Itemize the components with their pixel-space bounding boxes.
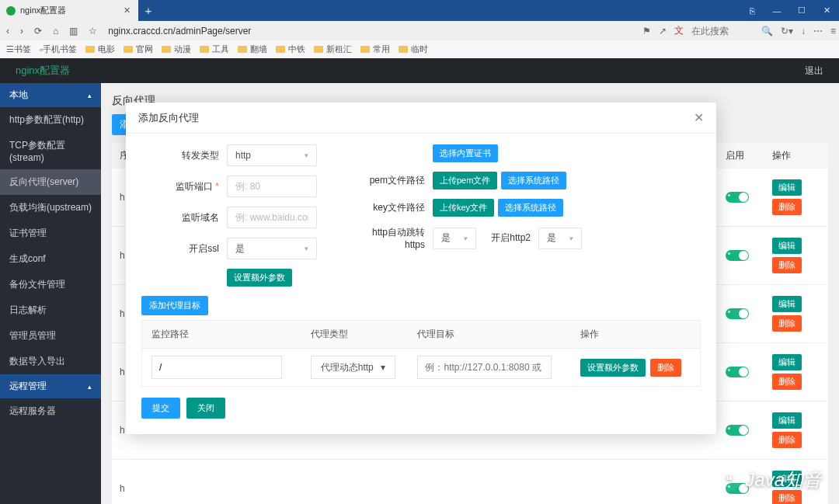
bookmark-folder[interactable]: 常用 <box>360 43 390 55</box>
select-pem-path-button[interactable]: 选择系统路径 <box>501 172 566 189</box>
sidebar-section-remote[interactable]: 远程管理▴ <box>0 374 101 398</box>
select-cert-button[interactable]: 选择内置证书 <box>433 144 498 162</box>
bookmark-folder[interactable]: 中铁 <box>276 43 305 55</box>
translate-icon[interactable]: 文 <box>674 24 684 37</box>
enable-toggle[interactable] <box>726 367 749 377</box>
forward-type-select[interactable]: http▾ <box>227 144 317 166</box>
hamburger-icon[interactable]: ≡ <box>830 26 836 36</box>
delete-button[interactable]: 删除 <box>772 315 802 332</box>
close-window-icon[interactable]: ✕ <box>814 0 839 21</box>
th-proxy-type: 代理类型 <box>301 321 409 348</box>
sidebar-item-backup[interactable]: 备份文件管理 <box>0 272 101 297</box>
edit-button[interactable]: 编辑 <box>772 296 802 312</box>
extra-params-button[interactable]: 设置额外参数 <box>227 269 292 287</box>
row-extra-params-button[interactable]: 设置额外参数 <box>580 359 646 377</box>
chevron-up-icon: ▴ <box>88 92 92 99</box>
th-monitor-path: 监控路径 <box>142 321 301 348</box>
edit-button[interactable]: 编辑 <box>772 179 802 196</box>
mobile-bookmarks[interactable]: ▫ 手机书签 <box>40 43 77 55</box>
add-proxy-target-button[interactable]: 添加代理目标 <box>141 296 208 315</box>
search-input[interactable] <box>691 26 754 36</box>
refresh-dropdown-icon[interactable]: ↻▾ <box>781 26 793 36</box>
delete-button[interactable]: 删除 <box>772 432 802 448</box>
bookmark-folder[interactable]: 临时 <box>399 43 428 55</box>
sidebar-item-import[interactable]: 数据导入导出 <box>0 349 101 374</box>
sidebar-item-conf[interactable]: 生成conf <box>0 246 101 272</box>
back-icon[interactable]: ‹ <box>6 26 9 36</box>
delete-button[interactable]: 删除 <box>772 257 802 273</box>
maximize-icon[interactable]: ☐ <box>789 0 814 21</box>
enable-toggle[interactable] <box>726 308 749 319</box>
sidebar-item-log[interactable]: 日志解析 <box>0 297 101 323</box>
submit-button[interactable]: 提交 <box>141 398 180 419</box>
modal-title: 添加反向代理 <box>138 111 199 125</box>
reader-icon[interactable]: ▥ <box>69 26 78 36</box>
wechat-icon: ❝ <box>717 468 740 492</box>
search-icon[interactable]: 🔍 <box>761 26 773 36</box>
home-icon[interactable]: ⌂ <box>53 26 58 36</box>
flag-icon[interactable]: ⚑ <box>642 26 651 36</box>
app-logo: nginx配置器 <box>16 64 70 78</box>
add-proxy-modal: 添加反向代理 ✕ 转发类型http▾ 监听端口 * 监听域名 开启ssl是▾ 设… <box>126 103 716 434</box>
delete-button[interactable]: 删除 <box>772 374 802 390</box>
enable-http2-select[interactable]: 是▾ <box>538 228 582 249</box>
sidebar-section-local[interactable]: 本地▴ <box>0 83 101 107</box>
enable-toggle[interactable] <box>726 192 749 203</box>
bookmark-folder[interactable]: 翻墙 <box>238 43 267 55</box>
sidebar: 本地▴ http参数配置(http) TCP参数配置(stream) 反向代理(… <box>0 83 101 504</box>
close-icon[interactable]: ✕ <box>694 110 704 125</box>
sidebar-item-server[interactable]: 反向代理(server) <box>0 169 101 195</box>
edit-button[interactable]: 编辑 <box>772 238 802 254</box>
browser-tab[interactable]: nginx配置器 ✕ <box>0 0 138 21</box>
delete-button[interactable]: 删除 <box>772 199 802 215</box>
bookmark-folder[interactable]: 动漫 <box>162 43 191 55</box>
sidebar-item-tcp[interactable]: TCP参数配置(stream) <box>0 133 101 169</box>
edit-button[interactable]: 编辑 <box>772 354 802 370</box>
th-ops: 操作 <box>571 321 700 348</box>
download-icon[interactable]: ↓ <box>801 26 806 36</box>
sidebar-item-remote-server[interactable]: 远程服务器 <box>0 398 101 424</box>
star-icon[interactable]: ☆ <box>89 26 97 36</box>
th-proxy-target: 代理目标 <box>408 321 571 348</box>
enable-toggle[interactable] <box>726 425 749 436</box>
sidebar-item-admin[interactable]: 管理员管理 <box>0 323 101 349</box>
proxy-target-input[interactable] <box>417 356 552 379</box>
menu-icon[interactable]: ⋯ <box>813 26 823 36</box>
watermark: ❝ Java知音 <box>717 468 822 492</box>
http-to-https-select[interactable]: 是▾ <box>433 228 476 249</box>
favicon <box>6 6 16 16</box>
listen-port-input[interactable] <box>227 176 317 197</box>
sidebar-item-upstream[interactable]: 负载均衡(upstream) <box>0 195 101 221</box>
edit-button[interactable]: 编辑 <box>772 412 802 429</box>
monitor-path-input[interactable] <box>151 356 282 379</box>
chevron-down-icon: ▾ <box>305 151 308 159</box>
address-text[interactable]: nginx.craccd.cn/adminPage/server <box>108 26 251 36</box>
close-button[interactable]: 关闭 <box>186 398 225 419</box>
sidebar-item-cert[interactable]: 证书管理 <box>0 221 101 246</box>
minimize-icon[interactable]: — <box>764 0 789 21</box>
chevron-down-icon: ▾ <box>305 245 308 252</box>
bookmark-folder[interactable]: 新租汇 <box>314 43 352 55</box>
bookmarks-menu[interactable]: ☰ 书签 <box>6 43 31 55</box>
listen-domain-input[interactable] <box>227 207 317 228</box>
forward-icon[interactable]: › <box>20 26 23 36</box>
new-tab-button[interactable]: + <box>138 0 158 21</box>
upload-pem-button[interactable]: 上传pem文件 <box>433 172 497 189</box>
enable-ssl-select[interactable]: 是▾ <box>227 238 317 259</box>
reload-icon[interactable]: ⟳ <box>34 26 42 36</box>
share-icon[interactable]: ↗ <box>659 26 667 36</box>
bookmark-folder[interactable]: 工具 <box>200 43 229 55</box>
enable-toggle[interactable] <box>726 250 749 261</box>
close-tab-icon[interactable]: ✕ <box>124 6 132 15</box>
proxy-type-select[interactable]: 代理动态http▾ <box>311 356 395 379</box>
chevron-up-icon: ▴ <box>88 383 92 391</box>
upload-key-button[interactable]: 上传key文件 <box>433 199 494 217</box>
logout-link[interactable]: 退出 <box>805 64 823 78</box>
bookmark-folder[interactable]: 电影 <box>85 43 115 55</box>
select-key-path-button[interactable]: 选择系统路径 <box>498 199 563 217</box>
tab-title: nginx配置器 <box>20 5 66 16</box>
bookmark-folder[interactable]: 官网 <box>124 43 153 55</box>
sidebar-item-http[interactable]: http参数配置(http) <box>0 107 101 133</box>
win-menu-icon[interactable]: ⎘ <box>740 0 764 21</box>
row-delete-button[interactable]: 删除 <box>650 359 681 377</box>
